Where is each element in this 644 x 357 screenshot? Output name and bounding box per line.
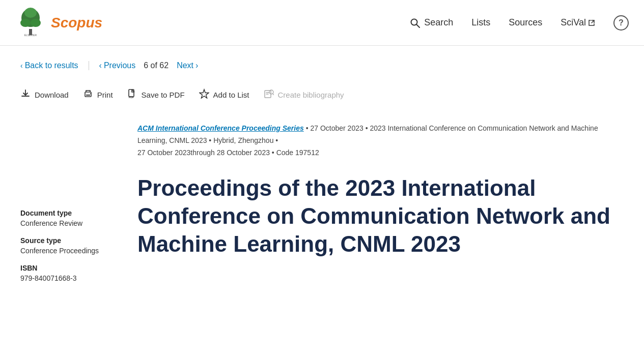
- save-to-pdf-button[interactable]: PDF Save to PDF: [127, 86, 185, 103]
- series-separator-3: •: [209, 136, 213, 144]
- svg-point-3: [20, 19, 31, 27]
- bibliography-icon: [264, 88, 274, 101]
- previous-label: Previous: [104, 61, 135, 70]
- main-nav: Search Lists Sources SciVal ?: [410, 15, 629, 31]
- series-dates-range: 27 October 2023through 28 October 2023: [137, 148, 270, 157]
- search-nav-label: Search: [424, 17, 453, 28]
- document-main-title: Proceedings of the 2023 International Co…: [137, 174, 624, 258]
- series-separator-4: •: [275, 136, 278, 144]
- series-separator-5: •: [272, 148, 276, 157]
- prev-chevron-icon: ‹: [99, 61, 102, 70]
- svg-text:PDF: PDF: [129, 96, 134, 99]
- svg-point-5: [24, 8, 37, 18]
- svg-point-12: [90, 93, 91, 94]
- print-icon: [83, 88, 93, 101]
- next-label: Next: [177, 61, 193, 70]
- logo-area: ELSEVIER Scopus: [15, 8, 102, 38]
- document-type-value: Conference Review: [20, 219, 132, 227]
- pdf-icon: PDF: [127, 88, 137, 101]
- back-to-results-link[interactable]: ‹ Back to results: [20, 61, 89, 70]
- current-page: 6: [144, 61, 148, 70]
- isbn-section: ISBN 979-840071668-3: [20, 264, 132, 282]
- add-to-list-label: Add to List: [213, 91, 249, 99]
- main-content: ‹ Back to results ‹ Previous 6 of 62 Nex…: [0, 46, 644, 302]
- previous-link[interactable]: ‹ Previous: [99, 61, 136, 70]
- isbn-label: ISBN: [20, 264, 132, 272]
- print-label: Print: [97, 91, 113, 99]
- pagination-nav: ‹ Previous 6 of 62 Next ›: [89, 61, 199, 70]
- document-layout: Document type Conference Review Source t…: [20, 123, 624, 291]
- svg-text:ELSEVIER: ELSEVIER: [24, 34, 37, 37]
- series-location: Hybrid, Zhengzhou: [213, 136, 273, 144]
- scival-nav-item[interactable]: SciVal: [561, 17, 595, 28]
- lists-nav-item[interactable]: Lists: [471, 17, 490, 28]
- search-nav-item[interactable]: Search: [410, 17, 453, 28]
- elsevier-logo-icon: ELSEVIER: [15, 8, 46, 38]
- page-indicator: 6 of 62: [144, 61, 169, 70]
- document-type-section: Document type Conference Review: [20, 209, 132, 227]
- svg-rect-11: [86, 95, 90, 96]
- chevron-left-icon: ‹: [20, 62, 23, 70]
- help-button[interactable]: ?: [613, 15, 629, 31]
- series-info: ACM International Conference Proceeding …: [137, 123, 624, 159]
- document-type-label: Document type: [20, 209, 132, 217]
- print-button[interactable]: Print: [83, 86, 113, 103]
- create-bibliography-button[interactable]: Create bibliography: [264, 86, 344, 103]
- svg-point-4: [31, 19, 41, 27]
- document-sidebar: Document type Conference Review Source t…: [20, 123, 132, 291]
- add-to-list-button[interactable]: Add to List: [199, 86, 249, 103]
- series-title-link[interactable]: ACM International Conference Proceeding …: [137, 124, 304, 132]
- external-link-icon: [588, 19, 595, 26]
- download-icon: [20, 88, 31, 101]
- action-toolbar: Download Print PDF: [20, 82, 624, 107]
- create-bibliography-label: Create bibliography: [278, 91, 344, 99]
- sources-nav-item[interactable]: Sources: [509, 17, 542, 28]
- svg-line-17: [273, 94, 274, 95]
- total-pages: 62: [159, 61, 169, 70]
- download-button[interactable]: Download: [20, 86, 69, 103]
- download-label: Download: [35, 91, 69, 99]
- document-main: ACM International Conference Proceeding …: [132, 123, 624, 291]
- star-icon: [199, 88, 209, 101]
- next-chevron-icon: ›: [195, 61, 198, 70]
- source-type-label: Source type: [20, 236, 132, 245]
- site-header: ELSEVIER Scopus Search Lists Sources Sci…: [0, 0, 644, 46]
- scopus-logo: Scopus: [51, 15, 102, 31]
- search-icon: [410, 18, 420, 28]
- save-to-pdf-label: Save to PDF: [142, 91, 185, 99]
- breadcrumb-nav: ‹ Back to results ‹ Previous 6 of 62 Nex…: [20, 56, 624, 70]
- of-total-pages: of: [151, 61, 160, 70]
- svg-rect-10: [85, 92, 91, 97]
- series-code: Code 197512: [276, 148, 319, 157]
- svg-line-8: [416, 24, 419, 27]
- series-date: 27 October 2023: [310, 124, 363, 132]
- scival-label: SciVal: [561, 17, 586, 28]
- isbn-value: 979-840071668-3: [20, 274, 132, 282]
- source-type-value: Conference Proceedings: [20, 247, 132, 255]
- back-to-results-label: Back to results: [25, 61, 78, 70]
- next-link[interactable]: Next ›: [177, 61, 198, 70]
- source-type-section: Source type Conference Proceedings: [20, 236, 132, 255]
